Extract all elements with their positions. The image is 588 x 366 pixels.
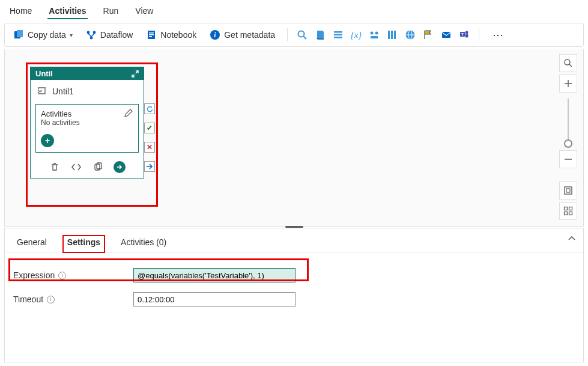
svg-point-4 — [89, 37, 92, 40]
copy-data-button[interactable]: Copy data ▾ — [10, 27, 76, 43]
info-circle-icon: i — [210, 29, 220, 40]
svg-rect-39 — [565, 212, 568, 215]
activity-type-label: Until — [35, 69, 53, 78]
inner-activities-title: Activities — [41, 109, 133, 118]
info-icon[interactable]: i — [47, 296, 55, 303]
panel-resize-handle[interactable] — [285, 226, 303, 230]
svg-text:T: T — [461, 32, 464, 37]
grid-icon[interactable] — [386, 29, 398, 41]
ribbon-toolbar: Copy data ▾ Dataflow Notebook i Get meta… — [4, 23, 584, 47]
port-skip[interactable] — [144, 161, 155, 172]
svg-point-28 — [465, 31, 468, 34]
svg-point-17 — [371, 32, 374, 35]
svg-rect-13 — [334, 31, 342, 33]
timeout-row: Timeout i — [13, 288, 575, 310]
notebook-icon — [146, 29, 157, 40]
tab-run[interactable]: Run — [102, 4, 120, 18]
svg-rect-6 — [149, 32, 154, 34]
copy-data-label: Copy data — [28, 30, 66, 40]
svg-rect-36 — [566, 189, 570, 192]
chevron-down-icon: ▾ — [70, 32, 73, 38]
svg-rect-40 — [569, 212, 572, 215]
svg-rect-37 — [565, 207, 568, 210]
search-icon[interactable] — [296, 29, 308, 41]
tab-home[interactable]: Home — [8, 4, 33, 18]
tab-activities[interactable]: Activities — [47, 4, 87, 19]
activity-ports: ✔ ✕ — [144, 103, 155, 172]
svg-rect-7 — [149, 34, 154, 35]
svg-rect-1 — [17, 30, 23, 37]
copy-icon[interactable] — [92, 161, 104, 173]
zoom-slider-thumb[interactable] — [564, 139, 572, 148]
inner-activities-box[interactable]: Activities No activities + — [35, 104, 139, 153]
until-activity[interactable]: Until Until1 Activities No activities + — [30, 67, 144, 178]
activity-footer-toolbar — [31, 157, 144, 178]
dataflow-button[interactable]: Dataflow — [82, 27, 136, 43]
toolbar-separator — [287, 28, 288, 41]
inner-activities-sub: No activities — [41, 118, 133, 127]
settings-form: Expression i Timeout i — [5, 252, 583, 325]
svg-point-33 — [565, 59, 570, 65]
toolbar-separator-2 — [479, 28, 479, 41]
copy-data-icon — [13, 29, 24, 40]
mail-icon[interactable] — [440, 29, 452, 41]
script-icon[interactable] — [314, 29, 326, 41]
minimap-button[interactable] — [559, 202, 577, 220]
port-fail[interactable]: ✕ — [144, 142, 155, 153]
edit-icon[interactable] — [124, 108, 133, 118]
chart-icon[interactable] — [368, 29, 380, 41]
svg-rect-8 — [149, 36, 152, 37]
zoom-out-button[interactable] — [559, 150, 577, 168]
info-icon[interactable]: i — [58, 272, 66, 279]
port-success[interactable]: ✔ — [144, 123, 155, 133]
svg-line-34 — [569, 64, 572, 67]
svg-rect-19 — [371, 36, 378, 38]
expand-icon[interactable] — [132, 70, 139, 78]
activity-name-row[interactable]: Until1 — [31, 80, 144, 104]
notebook-label: Notebook — [160, 30, 196, 40]
zoom-slider[interactable] — [568, 99, 569, 147]
tab-activities-count[interactable]: Activities (0) — [117, 235, 170, 253]
zoom-in-button[interactable] — [559, 75, 577, 93]
properties-panel: General Settings Activities (0) Expressi… — [4, 228, 584, 362]
svg-point-11 — [299, 31, 305, 37]
activity-header[interactable]: Until — [31, 67, 144, 80]
delete-icon[interactable] — [49, 161, 61, 173]
tab-view[interactable]: View — [134, 4, 154, 18]
port-retry[interactable] — [144, 103, 155, 114]
svg-rect-35 — [565, 187, 572, 194]
timeout-input[interactable] — [133, 292, 296, 307]
notebook-button[interactable]: Notebook — [142, 27, 200, 43]
variable-icon[interactable]: {x} — [350, 29, 362, 41]
expression-input[interactable] — [133, 268, 296, 282]
code-icon[interactable] — [70, 161, 82, 173]
tab-settings[interactable]: Settings — [62, 235, 105, 253]
zoom-controls — [558, 54, 578, 222]
activity-name-text: Until1 — [52, 87, 74, 96]
more-button[interactable]: ⋯ — [488, 28, 510, 41]
svg-point-2 — [86, 31, 89, 34]
globe-icon[interactable] — [404, 29, 416, 41]
svg-rect-21 — [391, 31, 393, 39]
svg-rect-20 — [388, 31, 390, 39]
svg-rect-22 — [394, 31, 396, 39]
fit-screen-button[interactable] — [559, 181, 577, 200]
canvas-search-icon[interactable] — [559, 54, 577, 72]
svg-point-3 — [92, 31, 95, 34]
list-icon[interactable] — [332, 29, 344, 41]
svg-rect-14 — [334, 34, 342, 36]
run-icon[interactable] — [114, 161, 126, 173]
dataflow-label: Dataflow — [100, 30, 133, 40]
pipeline-canvas[interactable]: Until Until1 Activities No activities + — [4, 49, 584, 227]
collapse-panel-icon[interactable] — [568, 234, 576, 243]
expression-label: Expression i — [13, 270, 133, 280]
get-metadata-label: Get metadata — [224, 30, 275, 40]
flag-icon[interactable] — [422, 29, 434, 41]
get-metadata-button[interactable]: i Get metadata — [206, 27, 279, 43]
add-activity-button[interactable]: + — [41, 134, 54, 147]
teams-icon[interactable]: T — [458, 29, 470, 41]
top-menu: Home Activities Run View — [0, 0, 588, 20]
tab-general[interactable]: General — [13, 235, 50, 253]
dataflow-icon — [86, 29, 97, 40]
svg-rect-29 — [465, 34, 468, 38]
